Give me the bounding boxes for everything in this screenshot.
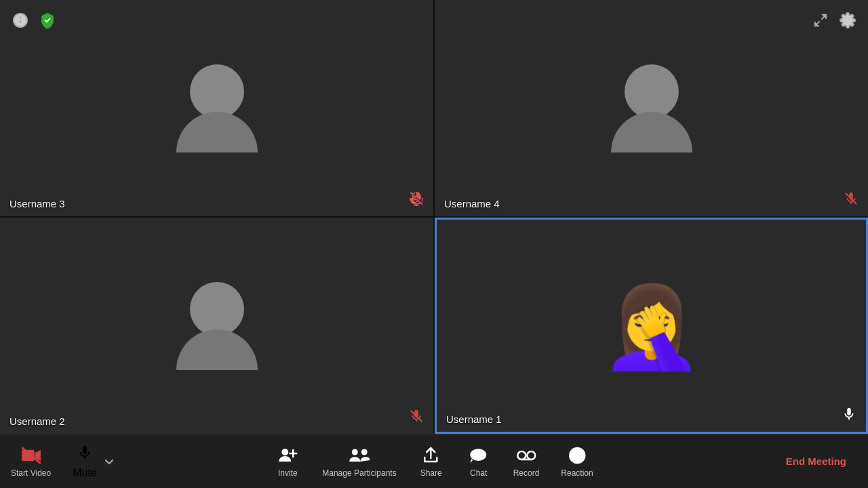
svg-point-16 (471, 449, 487, 461)
invite-icon (277, 445, 298, 466)
toolbar: Start Video Mute (0, 434, 868, 488)
mute-button-group: Mute (62, 439, 120, 485)
svg-point-17 (517, 451, 526, 460)
invite-label: Invite (278, 468, 298, 478)
reaction-emoji-user1: 🤦‍♀️ (601, 285, 703, 367)
chat-label: Chat (470, 468, 487, 478)
start-video-icon (21, 445, 41, 466)
manage-participants-label: Manage Participants (322, 468, 396, 478)
mute-button[interactable]: Mute (62, 439, 104, 485)
manage-participants-button[interactable]: Manage Participants (311, 440, 407, 483)
mic-muted-icon-user3 (409, 191, 424, 209)
mute-icon (77, 444, 93, 464)
svg-point-14 (351, 449, 357, 455)
avatar-head-user2 (190, 282, 244, 336)
settings-icon[interactable] (838, 11, 857, 30)
start-video-label: Start Video (11, 468, 51, 478)
record-icon (516, 445, 536, 466)
avatar-body-user3 (176, 112, 258, 152)
avatar-body-user2 (176, 329, 258, 370)
info-icon[interactable] (11, 11, 30, 30)
username-label-user3: Username 3 (9, 198, 65, 209)
username-label-user1: Username 1 (446, 413, 502, 425)
end-meeting-button[interactable]: End Meeting (778, 450, 854, 472)
toolbar-center: Invite Manage Participants (264, 440, 604, 483)
username-label-user2: Username 2 (9, 415, 65, 427)
toolbar-left-section: Start Video Mute (0, 439, 120, 485)
chat-button[interactable]: Chat (455, 440, 502, 483)
mute-arrow-button[interactable] (104, 453, 120, 470)
reaction-icon (568, 445, 586, 466)
avatar-user4 (611, 64, 692, 152)
invite-button[interactable]: Invite (264, 440, 311, 483)
video-cell-user3: Username 3 (0, 0, 433, 216)
start-video-button[interactable]: Start Video (0, 440, 62, 483)
record-label: Record (513, 468, 540, 478)
username-label-user4: Username 4 (444, 198, 500, 209)
manage-participants-icon (348, 445, 371, 466)
avatar-head-user4 (625, 64, 679, 119)
video-cell-user2: Username 2 (0, 218, 433, 434)
svg-point-15 (361, 449, 367, 455)
video-grid: Username 3 Username 4 (0, 0, 868, 434)
mute-label: Mute (73, 467, 97, 479)
avatar-user3 (176, 64, 258, 152)
svg-point-21 (574, 452, 576, 454)
avatar-head-user3 (190, 64, 244, 119)
shield-icon[interactable] (38, 11, 57, 30)
chat-icon (469, 445, 488, 466)
share-icon (422, 445, 440, 466)
collapse-icon[interactable] (811, 11, 830, 30)
mic-muted-icon-user4 (844, 191, 859, 209)
svg-point-18 (527, 451, 535, 460)
mic-active-icon-user1 (842, 407, 856, 425)
share-label: Share (420, 468, 442, 478)
mic-muted-icon-user2 (409, 409, 424, 427)
video-cell-user4: Username 4 (435, 0, 868, 216)
video-cell-user1: 🤦‍♀️ Username 1 (435, 218, 868, 434)
record-button[interactable]: Record (502, 440, 551, 483)
reaction-button[interactable]: Reaction (550, 440, 604, 483)
svg-point-11 (281, 449, 288, 455)
avatar-body-user4 (611, 112, 692, 152)
reaction-label: Reaction (561, 468, 593, 478)
svg-point-20 (570, 448, 585, 463)
svg-point-22 (579, 452, 581, 454)
avatar-user2 (176, 282, 258, 370)
share-button[interactable]: Share (408, 440, 455, 483)
